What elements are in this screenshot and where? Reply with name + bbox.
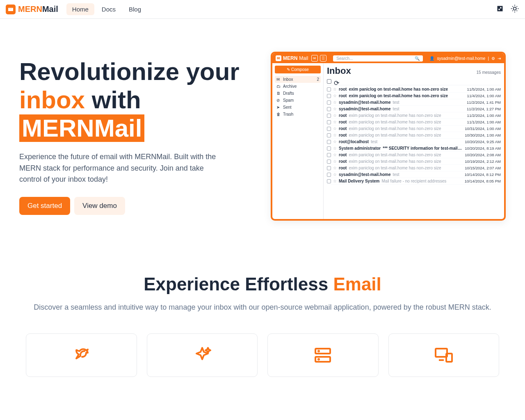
message-subject: exim paniclog on test-mail.home has non-… — [349, 133, 463, 137]
folder-badge: 2 — [317, 77, 319, 82]
mock-message-row: ☆Mail Delivery SystemMail failure - no r… — [327, 178, 501, 185]
star-icon: ☆ — [333, 126, 337, 131]
message-sender: root — [339, 87, 347, 91]
mock-compose-button: ✎ Compose — [275, 66, 321, 73]
mock-search-input: Search... 🔍 — [333, 55, 423, 62]
checkbox-icon — [327, 107, 331, 111]
star-icon: ☆ — [333, 87, 337, 91]
mock-folder-spam: Spam — [275, 97, 321, 104]
folder-label: Archive — [276, 84, 297, 89]
star-icon: ☆ — [333, 133, 337, 137]
message-subject: test — [393, 100, 465, 105]
get-started-button[interactable]: Get started — [19, 197, 70, 215]
mock-inbox-title: Inbox — [327, 66, 351, 76]
server-icon — [313, 345, 333, 365]
mock-message-row: ☆rootexim paniclog on test-mail.home has… — [327, 112, 501, 119]
feature-card-3 — [267, 333, 379, 377]
message-date: 10/19/2024, 2:12 AM — [465, 159, 501, 164]
mock-folder-archive: Archive — [275, 83, 321, 90]
search-icon: 🔍 — [415, 56, 420, 61]
checkbox-icon — [327, 160, 331, 164]
message-date: 10/15/2024, 2:07 AM — [465, 166, 501, 170]
message-sender: sysadmin@test-mail.home — [339, 100, 390, 105]
message-date: 11/4/2024, 1:00 AM — [467, 94, 501, 98]
message-sender: Mail Delivery System — [339, 179, 380, 183]
feature-card-2 — [147, 333, 258, 377]
mock-message-row: ☆rootexim paniclog on test-mail.home has… — [327, 132, 501, 139]
message-date: 10/20/2024, 9:25 AM — [465, 139, 501, 144]
star-icon: ☆ — [333, 172, 337, 177]
mock-message-row: ☆sysadmin@test-mail.hometest11/2/2024, 1… — [327, 106, 501, 112]
message-subject: exim paniclog on test-mail.home has non-… — [349, 120, 465, 124]
checkbox-icon — [327, 140, 331, 144]
mock-folder-inbox: Inbox2 — [275, 76, 321, 83]
mock-message-row: ☆rootexim paniclog on test-mail.home has… — [327, 93, 501, 99]
mock-message-row: ☆root@localhosttest10/20/2024, 9:25 AM — [327, 139, 501, 145]
git-icon[interactable] — [495, 4, 504, 15]
devices-icon — [434, 345, 454, 365]
star-icon: ☆ — [333, 100, 337, 105]
theme-toggle-icon[interactable] — [510, 4, 519, 15]
main-nav: Home Docs Blog — [66, 3, 147, 15]
mock-contacts-icon: ☰ — [320, 55, 326, 62]
message-sender: sysadmin@test-mail.home — [339, 107, 390, 111]
hero-subtitle: Experience the future of email with MERN… — [19, 151, 220, 186]
mock-message-row: ☆rootexim paniclog on test-mail.home has… — [327, 86, 501, 93]
mock-main: Inbox 15 messages ⟳ ☆rootexim paniclog o… — [324, 63, 504, 219]
checkbox-icon — [327, 166, 331, 170]
svg-point-3 — [318, 351, 319, 352]
features-subtitle: Discover a seamless and intuitive way to… — [27, 302, 498, 313]
message-sender: root@localhost — [339, 139, 369, 144]
mock-message-row: ☆rootexim paniclog on test-mail.home has… — [327, 119, 501, 126]
settings-icon: ⚙ — [491, 56, 495, 61]
folder-label: Drafts — [276, 91, 294, 96]
brand-mern: MERN — [18, 5, 42, 14]
star-icon: ☆ — [333, 146, 337, 151]
hero-title-line1: Revolutionize your — [19, 58, 240, 85]
message-date: 10/31/2024, 1:00 AM — [465, 126, 501, 131]
nav-home[interactable]: Home — [66, 3, 94, 15]
checkbox-icon — [327, 127, 331, 131]
message-subject: exim paniclog on test-mail.home has non-… — [349, 166, 463, 170]
folder-label: Inbox — [276, 77, 293, 82]
site-header: MERNMail Home Docs Blog — [0, 0, 525, 19]
message-date: 11/5/2024, 1:00 AM — [467, 87, 501, 91]
message-sender: sysadmin@test-mail.home — [339, 172, 390, 177]
message-date: 10/14/2024, 8:05 PM — [465, 179, 501, 183]
star-icon: ☆ — [333, 113, 337, 118]
hero-screenshot: MERNMail ✉ ☰ Search... 🔍 👤 sysadmin@test… — [271, 52, 506, 221]
message-sender: root — [339, 126, 347, 131]
message-subject: test — [393, 107, 465, 111]
brand-mail: Mail — [42, 5, 58, 14]
message-date: 10/20/2024, 8:19 AM — [465, 146, 501, 151]
mock-message-row: ☆rootexim paniclog on test-mail.home has… — [327, 126, 501, 132]
checkbox-icon — [327, 87, 331, 91]
mock-user-email: sysadmin@test-mail.home — [437, 56, 485, 61]
view-demo-button[interactable]: View demo — [74, 197, 125, 215]
folder-label: Trash — [276, 112, 293, 116]
message-subject: exim paniclog on test-mail.home has non-… — [349, 94, 465, 98]
hero-buttons: Get started View demo — [19, 197, 262, 215]
divider: | — [488, 56, 489, 61]
user-icon: 👤 — [429, 56, 434, 61]
nav-blog[interactable]: Blog — [123, 3, 147, 15]
hero-title-brand: MERNMail — [19, 114, 144, 142]
mock-body: ✎ Compose Inbox2ArchiveDraftsSpamSentTra… — [272, 63, 504, 219]
message-sender: System administrator — [339, 146, 381, 151]
mock-message-row: ☆sysadmin@test-mail.hometest11/2/2024, 1… — [327, 99, 501, 106]
header-left: MERNMail Home Docs Blog — [6, 3, 147, 15]
logout-icon: ⇥ — [498, 56, 501, 61]
mock-message-row: ☆rootexim paniclog on test-mail.home has… — [327, 158, 501, 165]
checkbox-icon — [327, 120, 331, 124]
message-subject: exim paniclog on test-mail.home has non-… — [349, 126, 463, 131]
mock-sidebar: ✎ Compose Inbox2ArchiveDraftsSpamSentTra… — [272, 63, 324, 219]
star-icon: ☆ — [333, 159, 337, 164]
nav-docs[interactable]: Docs — [96, 3, 121, 15]
mock-folder-trash: Trash — [275, 111, 321, 118]
hero-title-inbox: inbox — [19, 86, 85, 114]
mock-inbox-header: Inbox 15 messages — [327, 66, 501, 76]
hero-section: Revolutionize your inbox with MERNMail E… — [14, 19, 511, 274]
mock-brand-mail: Mail — [299, 55, 308, 61]
brand-logo[interactable]: MERNMail — [6, 5, 58, 14]
message-subject: Mail failure - no recipient addresses — [382, 179, 463, 183]
